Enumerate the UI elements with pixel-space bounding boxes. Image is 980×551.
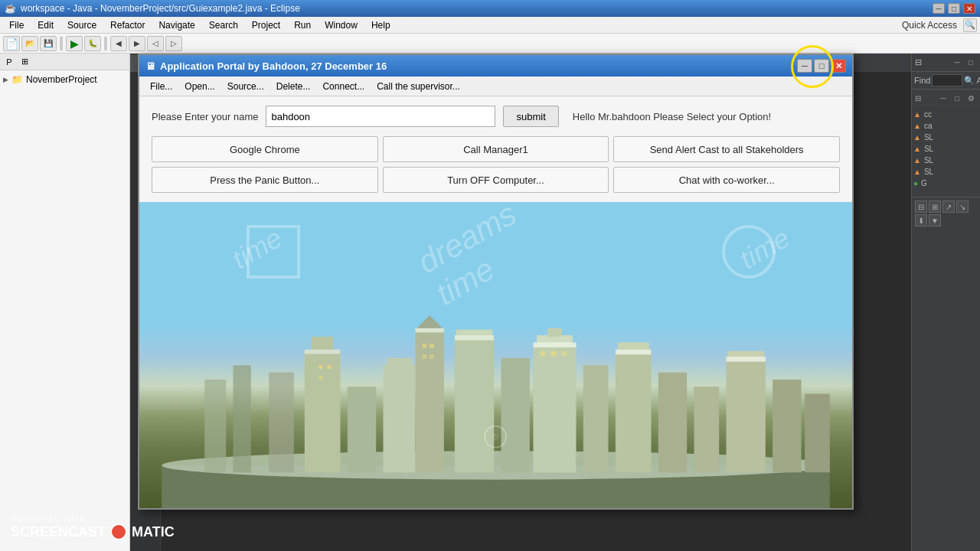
menu-file[interactable]: File bbox=[3, 18, 30, 32]
dialog-menu-source[interactable]: Source... bbox=[223, 80, 269, 93]
debug-button[interactable]: 🐛 bbox=[84, 36, 101, 51]
tree-root[interactable]: ▶ 📁 NovemberProject bbox=[3, 73, 126, 86]
submit-button[interactable]: submit bbox=[503, 106, 558, 127]
spiral-right bbox=[722, 225, 776, 279]
icon-6[interactable]: ▼ bbox=[929, 214, 941, 227]
svg-rect-28 bbox=[727, 358, 766, 472]
svg-rect-31 bbox=[773, 380, 801, 472]
dialog-restore-button[interactable]: □ bbox=[814, 59, 829, 73]
name-input[interactable] bbox=[266, 106, 495, 127]
tree-expand-arrow: ▶ bbox=[3, 76, 8, 83]
google-chrome-button[interactable]: Google Chrome bbox=[152, 136, 378, 162]
name-label: Please Enter your name bbox=[152, 111, 258, 122]
svg-rect-10 bbox=[387, 358, 412, 367]
call-manager-button[interactable]: Call Manager1 bbox=[383, 136, 609, 162]
menu-help[interactable]: Help bbox=[365, 18, 397, 32]
icon-2[interactable]: ⊞ bbox=[929, 201, 941, 213]
open-button[interactable]: 📂 bbox=[21, 36, 38, 51]
svg-rect-30 bbox=[727, 357, 766, 362]
svg-rect-35 bbox=[319, 376, 323, 380]
var-label-3: SL bbox=[924, 133, 933, 142]
next-edit-button[interactable]: ▷ bbox=[165, 36, 182, 51]
var-item-3[interactable]: ▲ SL bbox=[913, 132, 978, 143]
menu-project[interactable]: Project bbox=[246, 18, 286, 32]
svg-rect-20 bbox=[547, 328, 562, 337]
toolbar-left: 📄 📂 💾 ▶ 🐛 ◀ ▶ ◁ ▷ bbox=[3, 36, 182, 51]
dialog-close-button[interactable]: ✕ bbox=[831, 59, 846, 73]
var-label-5: SL bbox=[924, 156, 933, 165]
svg-rect-9 bbox=[384, 365, 416, 472]
svg-rect-25 bbox=[616, 350, 652, 355]
dialog-app-icon: 🖥 bbox=[145, 60, 155, 72]
spiral-left bbox=[247, 225, 300, 279]
window-title: workspace - Java - NovemberProject/src/G… bbox=[21, 3, 300, 14]
menu-source[interactable]: Source bbox=[61, 18, 103, 32]
find-icon[interactable]: 🔍 bbox=[964, 76, 975, 86]
chat-coworker-button[interactable]: Chat with co-worker... bbox=[613, 167, 840, 193]
panic-button[interactable]: Press the Panic Button... bbox=[152, 167, 378, 193]
menu-edit[interactable]: Edit bbox=[31, 18, 60, 32]
var-label-2: ca bbox=[924, 122, 933, 130]
menu-refactor[interactable]: Refactor bbox=[104, 18, 151, 32]
menubar: File Edit Source Refactor Navigate Searc… bbox=[0, 17, 980, 34]
outline-settings-icon[interactable]: ⚙ bbox=[965, 92, 977, 104]
icon-5[interactable]: ⬇ bbox=[915, 214, 927, 227]
menu-navigate[interactable]: Navigate bbox=[152, 18, 201, 32]
svg-rect-8 bbox=[348, 386, 376, 472]
prev-edit-button[interactable]: ◁ bbox=[147, 36, 164, 51]
menu-run[interactable]: Run bbox=[288, 18, 317, 32]
svg-rect-40 bbox=[541, 351, 546, 357]
outline-expand-all-icon[interactable]: □ bbox=[951, 92, 963, 104]
svg-rect-41 bbox=[551, 351, 557, 357]
quick-access-button[interactable]: 🔍 bbox=[963, 18, 977, 32]
toolbar: 📄 📂 💾 ▶ 🐛 ◀ ▶ ◁ ▷ bbox=[0, 34, 980, 54]
center-area: J HelloWorld.java J Guiexample2.java ✕ 4… bbox=[130, 54, 911, 551]
turn-off-computer-button[interactable]: Turn OFF Computer... bbox=[383, 167, 609, 193]
new-button[interactable]: 📄 bbox=[3, 36, 20, 51]
icon-4[interactable]: ↘ bbox=[956, 201, 969, 213]
dialog-menu-file[interactable]: File... bbox=[145, 80, 177, 93]
svg-text:©: © bbox=[492, 432, 499, 442]
svg-rect-6 bbox=[312, 337, 333, 351]
save-button[interactable]: 💾 bbox=[40, 36, 57, 51]
dialog-minimize-button[interactable]: ─ bbox=[797, 59, 812, 73]
icon-3[interactable]: ↗ bbox=[942, 201, 955, 213]
forward-button[interactable]: ▶ bbox=[129, 36, 145, 51]
dialog-titlebar-left: 🖥 Application Portal by Bahdoon, 27 Dece… bbox=[145, 60, 387, 72]
triangle-icon-6: ▲ bbox=[913, 168, 921, 176]
dialog-menu-connect[interactable]: Connect... bbox=[318, 80, 369, 93]
dialog-menu-delete[interactable]: Delete... bbox=[272, 80, 315, 93]
var-item-5[interactable]: ▲ SL bbox=[913, 155, 978, 166]
hierarchy-icon[interactable]: ⊞ bbox=[18, 56, 31, 68]
var-item-2[interactable]: ▲ ca bbox=[913, 120, 978, 132]
close-window-button[interactable]: ✕ bbox=[963, 3, 975, 14]
menu-window[interactable]: Window bbox=[318, 18, 364, 32]
package-explorer-icon[interactable]: P bbox=[3, 56, 15, 68]
var-item-7[interactable]: ● G bbox=[913, 178, 978, 189]
menu-search[interactable]: Search bbox=[203, 18, 244, 32]
find-input[interactable] bbox=[932, 74, 962, 86]
outline-collapse-icon[interactable]: ─ bbox=[937, 92, 949, 104]
maximize-button[interactable]: □ bbox=[948, 3, 960, 14]
triangle-icon-5: ▲ bbox=[913, 156, 921, 165]
titlebar-left: ☕ workspace - Java - NovemberProject/src… bbox=[5, 3, 300, 14]
svg-rect-14 bbox=[455, 337, 494, 472]
var-label-6: SL bbox=[924, 168, 933, 176]
send-alert-button[interactable]: Send Alert Cast to all Stakeholders bbox=[613, 136, 840, 162]
project-name: NovemberProject bbox=[26, 74, 97, 85]
var-item-6[interactable]: ▲ SL bbox=[913, 166, 978, 178]
var-item-1[interactable]: ▲ cc bbox=[913, 109, 978, 120]
svg-rect-4 bbox=[269, 373, 294, 473]
minimize-button[interactable]: ─ bbox=[933, 3, 945, 14]
run-button[interactable]: ▶ bbox=[66, 36, 83, 51]
dialog-menubar: File... Open... Source... Delete... Conn… bbox=[139, 77, 852, 96]
panel-maximize-icon[interactable]: □ bbox=[965, 57, 977, 69]
svg-rect-12 bbox=[416, 330, 444, 473]
name-row: Please Enter your name submit Hello Mr.b… bbox=[152, 106, 840, 127]
dialog-menu-open[interactable]: Open... bbox=[180, 80, 219, 93]
var-item-4[interactable]: ▲ SL bbox=[913, 143, 978, 155]
back-button[interactable]: ◀ bbox=[110, 36, 127, 51]
dialog-menu-supervisor[interactable]: Call the supervisor... bbox=[372, 80, 465, 93]
icon-1[interactable]: ⊟ bbox=[915, 201, 927, 213]
panel-minimize-icon[interactable]: ─ bbox=[951, 57, 963, 69]
